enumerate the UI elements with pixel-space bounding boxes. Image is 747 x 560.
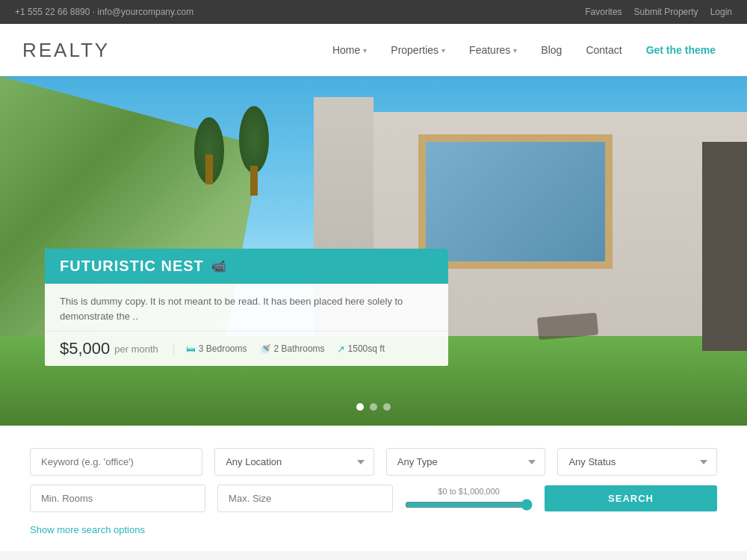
show-more-link[interactable]: Show more search options [30, 524, 145, 535]
favorites-link[interactable]: Favorites [585, 7, 622, 17]
hero-section: FUTURISTIC NEST 📹 This is dummy copy. It… [0, 76, 747, 426]
contact-info: +1 555 22 66 8890 · info@yourcompany.com [15, 7, 193, 17]
nav-item-properties[interactable]: Properties ▾ [382, 38, 454, 62]
tree-decoration-2 [187, 117, 217, 184]
min-rooms-input[interactable] [30, 485, 205, 512]
status-select[interactable]: Any Status [557, 448, 717, 476]
size-info: ↗ 1500sq ft [337, 343, 385, 355]
property-price: $5,000 [60, 339, 110, 358]
property-description: This is dummy copy. It is not meant to b… [45, 284, 448, 332]
nav-item-get-theme[interactable]: Get the theme [637, 38, 725, 62]
nav-link-properties[interactable]: Properties ▾ [382, 38, 454, 62]
price-range-container: $0 to $1,000,000 [405, 487, 533, 511]
bed-icon: 🛏 [186, 343, 196, 355]
price-range-slider[interactable] [405, 499, 533, 511]
email: info@yourcompany.com [97, 7, 193, 17]
property-title-bar: FUTURISTIC NEST 📹 [45, 249, 448, 284]
property-card: FUTURISTIC NEST 📹 This is dummy copy. It… [45, 249, 448, 366]
separator: · [93, 7, 95, 17]
bedrooms-info: 🛏 3 Bedrooms [186, 343, 247, 355]
nav-link-get-theme[interactable]: Get the theme [637, 38, 725, 62]
property-price-period: per month [114, 343, 158, 355]
nav-link-features[interactable]: Features ▾ [460, 38, 526, 62]
site-logo[interactable]: REALTY [22, 39, 110, 62]
search-button[interactable]: SEARCH [545, 485, 717, 511]
phone: +1 555 22 66 8890 [15, 7, 90, 17]
search-section: Any Location Any Type Any Status $0 to $… [0, 426, 747, 551]
video-camera-icon: 📹 [211, 259, 226, 273]
property-details: $5,000 per month 🛏 3 Bedrooms 🚿 2 Bathro… [45, 332, 448, 366]
slider-dot-1[interactable] [356, 403, 364, 411]
size-text: 1500sq ft [348, 343, 385, 354]
keyword-input[interactable] [30, 448, 202, 476]
bedrooms-text: 3 Bedrooms [199, 343, 247, 354]
bathrooms-info: 🚿 2 Bathrooms [259, 343, 325, 355]
nav-link-blog[interactable]: Blog [532, 38, 571, 62]
tree-decoration [232, 106, 276, 196]
max-size-input[interactable] [217, 485, 393, 512]
top-bar: +1 555 22 66 8890 · info@yourcompany.com… [0, 0, 747, 24]
slider-dot-2[interactable] [370, 403, 377, 411]
bath-icon: 🚿 [259, 343, 271, 355]
nav-links: Home ▾ Properties ▾ Features ▾ Blog Cont… [323, 38, 725, 62]
nav-link-home[interactable]: Home ▾ [323, 38, 376, 62]
type-select[interactable]: Any Type [386, 448, 546, 476]
nav-item-contact[interactable]: Contact [577, 38, 630, 62]
nav-item-blog[interactable]: Blog [532, 38, 571, 62]
price-range-label: $0 to $1,000,000 [405, 487, 533, 496]
slider-dots [356, 403, 391, 411]
chevron-down-icon: ▾ [441, 46, 445, 55]
size-icon: ↗ [337, 343, 345, 355]
login-link[interactable]: Login [710, 7, 732, 17]
chevron-down-icon: ▾ [363, 46, 367, 55]
search-row-2: $0 to $1,000,000 SEARCH [30, 485, 717, 512]
bathrooms-text: 2 Bathrooms [274, 343, 325, 354]
search-row-1: Any Location Any Type Any Status [30, 448, 717, 476]
chevron-down-icon: ▾ [513, 46, 517, 55]
house-right-wall [702, 142, 747, 351]
nav-link-contact[interactable]: Contact [577, 38, 630, 62]
navbar: REALTY Home ▾ Properties ▾ Features ▾ Bl… [0, 24, 747, 76]
slider-dot-3[interactable] [383, 403, 391, 411]
top-bar-links: Favorites Submit Property Login [585, 7, 732, 17]
nav-item-features[interactable]: Features ▾ [460, 38, 526, 62]
location-select[interactable]: Any Location [214, 448, 374, 476]
submit-property-link[interactable]: Submit Property [634, 7, 698, 17]
nav-item-home[interactable]: Home ▾ [323, 38, 376, 62]
property-meta: 🛏 3 Bedrooms 🚿 2 Bathrooms ↗ 1500sq ft [173, 343, 385, 355]
property-title: FUTURISTIC NEST [60, 258, 204, 275]
